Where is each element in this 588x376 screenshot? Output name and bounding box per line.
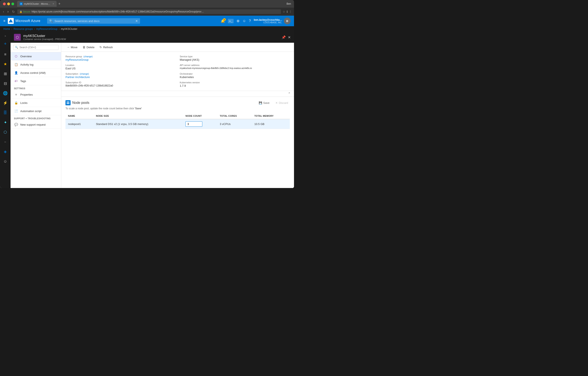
search-box[interactable]: 🔍 ✕	[47, 18, 140, 24]
resource-group-label: Resource group (change)	[65, 55, 176, 58]
svg-rect-3	[68, 103, 69, 104]
sidebar-item-label-locks: Locks	[20, 101, 27, 104]
section-header: Node pools 💾 Save ✕ Discard	[65, 100, 290, 105]
sidebar-item-locks[interactable]: 🔒 Locks	[10, 99, 61, 107]
subscription-change[interactable]: (change)	[80, 73, 89, 75]
portal-body: » + ≡ ★ ⊞ ⊟ 🌐 ⚡ 🗄 ✦ ⬡ ↔ ◈ ☺ ⬡	[0, 32, 294, 188]
service-type-label: Service type	[180, 55, 290, 58]
help-button[interactable]: ?	[249, 19, 251, 23]
maximize-button[interactable]	[11, 2, 14, 5]
settings-section-header: SETTINGS	[10, 85, 61, 90]
nav-network-icon[interactable]: ⬡	[1, 128, 10, 137]
new-tab-button[interactable]: +	[57, 2, 62, 6]
resource-header-actions: 📌 ✕	[282, 35, 291, 39]
sidebar-item-activity-log[interactable]: 📋 Activity log	[10, 60, 61, 69]
sidebar-item-label-activity-log: Activity log	[20, 63, 33, 66]
smiley-button[interactable]: ☺	[242, 19, 246, 23]
topnav-user[interactable]: ben.lackey@couchba… COUCHBASE, INC. B	[254, 18, 291, 24]
breadcrumb-resource-groups[interactable]: Resource groups	[13, 27, 33, 31]
save-button[interactable]: 💾 Save	[257, 100, 271, 105]
collapse-button[interactable]: ⌃	[61, 91, 294, 97]
settings-button[interactable]: ⚙	[237, 19, 240, 23]
info-resource-group: Resource group (change) myResourceGroup	[65, 55, 176, 61]
search-input[interactable]	[54, 20, 134, 23]
sidebar-item-tags[interactable]: 🏷 Tags	[10, 77, 61, 85]
nav-collapse-button[interactable]: »	[1, 33, 10, 38]
node-pools-title: Node pools	[72, 101, 89, 105]
nav-favorites-icon[interactable]: ★	[1, 60, 10, 68]
nav-database-icon[interactable]: 🗄	[1, 108, 10, 117]
sidebar-item-automation[interactable]: 📄 Automation script	[10, 107, 61, 115]
sidebar-item-iam[interactable]: 👤 Access control (IAM)	[10, 69, 61, 77]
nav-gem-icon[interactable]: ◈	[1, 147, 10, 156]
node-count-input[interactable]	[185, 122, 202, 127]
reload-button[interactable]: ↻	[11, 9, 16, 14]
back-button[interactable]: ‹	[2, 9, 5, 14]
nav-satellite-icon[interactable]: ✦	[1, 118, 10, 127]
nav-all-resources-icon[interactable]: ⊟	[1, 79, 10, 88]
add-resource-button[interactable]: +	[1, 39, 10, 48]
svg-rect-0	[67, 101, 68, 103]
address-bar[interactable]: 🔒 Secure https://portal.azure.com/#@couc…	[17, 9, 281, 14]
refresh-button[interactable]: ↻ Refresh	[97, 44, 115, 50]
nav-lightning-icon[interactable]: ⚡	[1, 99, 10, 107]
sidebar-item-label-tags: Tags	[20, 79, 26, 83]
nav-smiley-icon[interactable]: ☺	[1, 157, 10, 166]
browser-addressbar: ‹ › ↻ 🔒 Secure https://portal.azure.com/…	[0, 8, 294, 16]
search-clear-icon[interactable]: ✕	[135, 19, 138, 23]
delete-icon: 🗑	[83, 45, 85, 49]
subscription-id-value: 8de8b569-c34b-4f26-b517-138b618822a0	[65, 84, 176, 87]
resource-title-text: myAKSCluster Container service (managed)…	[23, 34, 66, 40]
reader-icon[interactable]: ℹ	[287, 10, 288, 13]
pin-button[interactable]: 📌	[282, 35, 286, 39]
resource-group-change[interactable]: (change)	[84, 55, 93, 58]
bookmark-icon[interactable]: ☆	[283, 10, 285, 13]
automation-icon: 📄	[14, 109, 18, 113]
user-info: ben.lackey@couchba… COUCHBASE, INC.	[254, 18, 282, 24]
discard-button[interactable]: ✕ Discard	[274, 100, 290, 105]
active-tab[interactable]: A myAKSCluster - Microsoft Azu… ×	[17, 1, 57, 7]
tab-title: myAKSCluster - Microsoft Azu…	[24, 2, 51, 5]
tab-favicon: A	[20, 2, 23, 5]
azure-logo-icon	[8, 18, 14, 24]
nav-dashboard-icon[interactable]: ⊞	[1, 69, 10, 78]
sidebar-search-box[interactable]: 🔍	[13, 45, 59, 50]
topnav-search: 🔍 ✕	[47, 18, 140, 24]
nav-globe-icon[interactable]: 🌐	[1, 89, 10, 98]
notification-badge: 1	[223, 18, 226, 21]
sidebar-item-support[interactable]: 💬 New support request	[10, 121, 61, 129]
notifications-button[interactable]: 🔔 1	[221, 19, 225, 23]
cell-node-count[interactable]	[183, 119, 217, 129]
user-avatar[interactable]: B	[284, 18, 291, 24]
properties-icon: ≡	[14, 92, 18, 97]
subscription-value[interactable]: Partner Architecture	[65, 76, 176, 79]
sidebar-search-input[interactable]	[20, 46, 57, 49]
sidebar-item-overview[interactable]: ⬡ Overview	[10, 52, 61, 60]
col-name: NAME	[65, 113, 93, 119]
breadcrumb-home[interactable]: Home	[3, 27, 10, 31]
azure-brand: Microsoft Azure	[8, 18, 40, 24]
resource-panel: ⬡ myAKSCluster Container service (manage…	[10, 32, 294, 188]
menu-dots-icon[interactable]: ⋮	[289, 10, 292, 13]
content-area: 🔍 ⬡ Overview 📋 Activity log	[10, 43, 294, 188]
minimize-button[interactable]	[7, 2, 10, 5]
orchestrator-value: Kubernetes	[180, 76, 290, 79]
nav-code-icon[interactable]: ↔	[1, 137, 10, 146]
sidebar-item-properties[interactable]: ≡ Properties	[10, 90, 61, 99]
cloud-shell-button[interactable]: >_	[228, 19, 234, 23]
delete-button[interactable]: 🗑 Delete	[81, 44, 97, 50]
move-button[interactable]: → Move	[65, 44, 80, 50]
nav-menu-icon[interactable]: ≡	[1, 50, 10, 59]
breadcrumb-sep-3: ›	[59, 27, 60, 31]
sidebar-item-label-iam: Access control (IAM)	[20, 71, 46, 74]
forward-button[interactable]: ›	[7, 9, 9, 14]
resource-group-value[interactable]: myResourceGroup	[65, 58, 176, 61]
tab-close-icon[interactable]: ×	[52, 2, 54, 5]
close-panel-button[interactable]: ✕	[288, 35, 291, 39]
breadcrumb-myresourcegroup[interactable]: myResourceGroup	[36, 27, 57, 31]
close-button[interactable]	[3, 2, 6, 5]
hamburger-icon[interactable]: ≡	[3, 19, 5, 23]
locks-icon: 🔒	[14, 101, 18, 105]
k8s-version-value: 1.7.9	[180, 84, 290, 87]
move-label: Move	[71, 46, 77, 49]
